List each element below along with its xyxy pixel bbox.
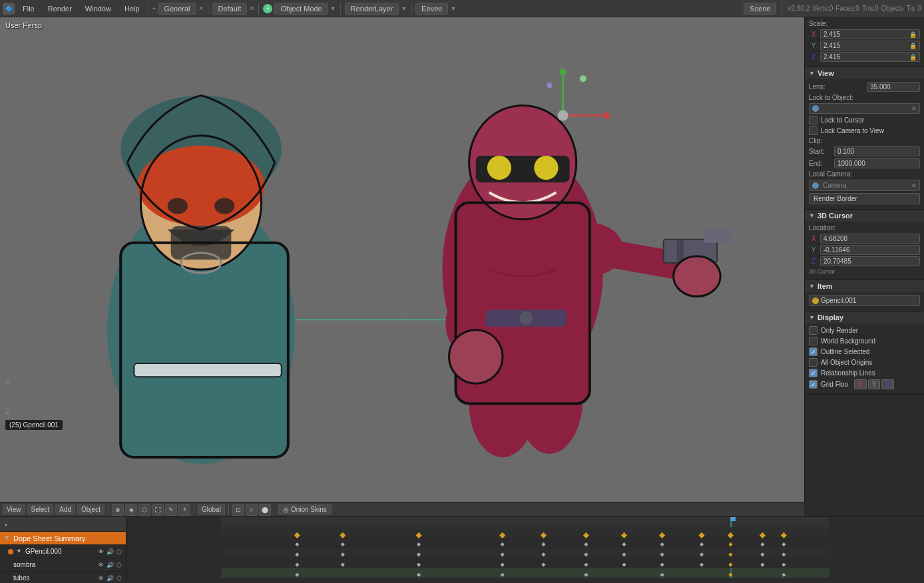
lock-camera-checkbox[interactable] [809, 126, 817, 135]
summary-expand[interactable]: ▼ [4, 534, 12, 542]
menu-file[interactable]: File [19, 3, 39, 14]
gpencil-expand[interactable]: ▼ [16, 548, 24, 556]
grid-y-btn[interactable]: Y [868, 379, 881, 389]
relationship-checkbox[interactable] [809, 369, 817, 377]
all-origins-row: All Object Origins [809, 358, 920, 367]
scale-y-input[interactable]: 2.415 🔒 [820, 41, 920, 51]
grid-z-btn[interactable]: Z [881, 379, 893, 389]
grid-floor-checkbox[interactable] [809, 380, 817, 389]
scale-x-input[interactable]: 2.415 🔒 [820, 29, 920, 39]
vp-icon-1[interactable]: ⊕ [112, 504, 124, 516]
vp-overlay-icon[interactable]: ⬤ [259, 504, 271, 516]
relationship-row: Relationship Lines [809, 369, 920, 377]
global-btn[interactable]: Global [198, 504, 225, 514]
svg-rect-60 [221, 548, 829, 558]
clip-end-input[interactable]: 1000.000 [834, 158, 920, 168]
timeline-left: ⬥ ▼ Dope Sheet Summary ▼ GPencil.000 👁 🔊… [0, 517, 126, 583]
cursor-x-input[interactable]: 4.68208 [820, 234, 920, 244]
vp-icon-6[interactable]: ⌖ [178, 504, 190, 516]
renderer-btn[interactable]: Eevee [415, 3, 448, 15]
lock-cursor-checkbox[interactable] [809, 116, 817, 124]
layout-btn[interactable]: Default [212, 3, 248, 15]
layer-btn[interactable]: RenderLayer [345, 3, 399, 15]
tubes-mute[interactable]: 🔊 [106, 574, 114, 582]
vp-icon-3[interactable]: ⬡ [138, 504, 150, 516]
select-btn[interactable]: Select [27, 504, 54, 514]
lock-obj-btn[interactable]: ✕ [809, 103, 920, 114]
cursor-3d-header[interactable]: ▼ 3D Cursor [805, 210, 924, 222]
gpencil-eye[interactable]: 👁 [97, 548, 105, 556]
grid-x-btn[interactable]: X [854, 379, 867, 389]
track-tubes: tubes 👁 🔊 ⬡ [0, 572, 126, 583]
workspace-group: + General ✕ [152, 3, 204, 15]
camera-btn[interactable]: Camera ✕ [809, 180, 920, 191]
menu-render[interactable]: Render [44, 3, 76, 14]
mode-btn[interactable]: Object Mode [274, 3, 328, 15]
renderer-dropdown[interactable]: ▼ [450, 5, 456, 12]
tubes-eye[interactable]: 👁 [97, 574, 105, 582]
add-btn[interactable]: Add [55, 504, 75, 514]
scene-canvas[interactable] [0, 17, 804, 502]
world-bg-row: World Background [809, 337, 920, 345]
scene-btn[interactable]: Scene [744, 3, 776, 15]
display-content: Only Render World Background Outline Sel… [805, 323, 924, 394]
mode-dropdown[interactable]: ▼ [330, 5, 336, 12]
vp-icon-4[interactable]: ⛶ [152, 504, 164, 516]
svg-point-47 [603, 112, 610, 119]
viewport-3d[interactable]: User Persp [0, 17, 804, 502]
workspace-close[interactable]: ✕ [198, 5, 204, 12]
tubes-label: tubes [13, 574, 29, 582]
blender-icon[interactable]: 🔷 [3, 3, 15, 15]
clip-start-input[interactable]: 0.100 [834, 146, 920, 156]
scale-z-lock[interactable]: 🔒 [909, 54, 917, 61]
sombra-mute[interactable]: 🔊 [106, 561, 114, 569]
tis-value: 0 [917, 5, 921, 12]
vp-prop-icon[interactable]: ○ [246, 504, 258, 516]
onion-skins-btn[interactable]: ◎ Onion Skins [278, 504, 332, 514]
cursor-y-input[interactable]: -0.11646 [820, 245, 920, 255]
render-border-btn[interactable]: Render Border [809, 193, 920, 204]
sep-vp-2 [194, 504, 194, 515]
workspace-plus[interactable]: + [152, 5, 156, 12]
gpencil-icons: 👁 🔊 ⬡ [97, 548, 126, 556]
menu-window[interactable]: Window [81, 3, 115, 14]
vp-icon-5[interactable]: ✎ [165, 504, 177, 516]
menu-help[interactable]: Help [120, 3, 144, 14]
sombra-eye[interactable]: 👁 [97, 561, 105, 569]
camera-cross[interactable]: ✕ [911, 182, 917, 189]
gpencil-mute[interactable]: 🔊 [106, 548, 114, 556]
layer-dropdown[interactable]: ▼ [401, 5, 407, 12]
object-btn[interactable]: Object [77, 504, 105, 514]
lock-cursor-label: Lock to Cursor [821, 116, 864, 124]
sombra-lock[interactable]: ⬡ [115, 561, 123, 569]
scale-y-lock[interactable]: 🔒 [909, 43, 917, 49]
tubes-lock[interactable]: ⬡ [115, 574, 123, 582]
layout-close[interactable]: ✕ [249, 5, 254, 12]
all-origins-checkbox[interactable] [809, 358, 817, 367]
item-name-field[interactable]: Gpencil.001 [809, 295, 920, 306]
svg-point-39 [516, 340, 583, 454]
vp-snap-icon[interactable]: ⊡ [232, 504, 244, 516]
only-render-checkbox[interactable] [809, 326, 817, 335]
separator-4 [340, 3, 341, 15]
outline-selected-checkbox[interactable] [809, 347, 817, 356]
top-bar-right: Scene v2.80.2 Verts:0 Faces:0 Tris:0 Obj… [744, 3, 921, 15]
view-header[interactable]: ▼ View [805, 67, 924, 79]
world-bg-checkbox[interactable] [809, 337, 817, 345]
workspace-btn[interactable]: General [158, 3, 196, 15]
scale-x-lock[interactable]: 🔒 [909, 31, 917, 38]
cursor-z-label: Z [809, 258, 818, 265]
lens-input[interactable]: 35.000 [867, 82, 920, 92]
scene-group: Scene [744, 3, 776, 15]
lock-obj-cross[interactable]: ✕ [911, 105, 917, 112]
display-header[interactable]: ▼ Display [805, 311, 924, 323]
vp-icon-2[interactable]: ◈ [125, 504, 137, 516]
item-header[interactable]: ▼ Item [805, 280, 924, 292]
view-menu-btn[interactable]: View [3, 504, 25, 514]
scale-z-input[interactable]: 2.415 🔒 [820, 52, 920, 62]
gpencil-lock[interactable]: ⬡ [115, 548, 123, 556]
cursor-z-input[interactable]: 20.70485 [820, 256, 920, 266]
timeline-keyframes[interactable] [126, 517, 924, 583]
axis-label-x: X [5, 378, 10, 385]
svg-point-20 [168, 198, 188, 214]
